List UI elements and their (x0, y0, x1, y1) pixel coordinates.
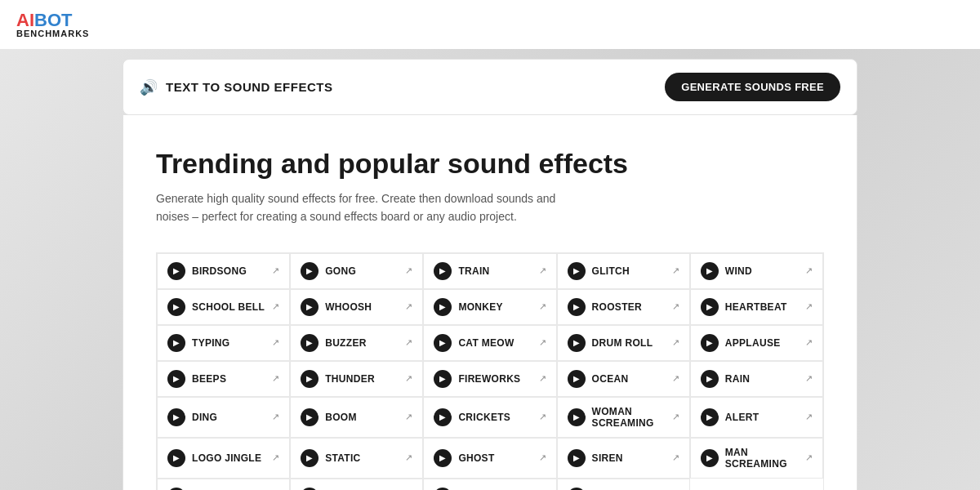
sound-left: ▶ GONG (301, 262, 356, 280)
arrow-icon: ↗ (539, 265, 546, 276)
sound-left: ▶ MONKEY (434, 298, 502, 316)
sound-left: ▶ GHOST (434, 449, 494, 467)
nav-left: 🔊 TEXT TO SOUND EFFECTS (140, 78, 332, 96)
logo-ai: AI (16, 11, 34, 29)
arrow-icon: ↗ (272, 301, 279, 312)
sound-name: RAIN (725, 373, 751, 385)
main-content: Trending and popular sound effects Gener… (122, 115, 858, 490)
sound-name: GHOST (458, 452, 494, 464)
play-icon: ▶ (301, 370, 318, 388)
sound-item[interactable]: ▶ RAIN ↗ (690, 361, 823, 397)
logo[interactable]: AI BOT BENCHMARKS (0, 11, 105, 38)
sound-name: TYPING (192, 337, 229, 349)
sound-item[interactable]: ▶ MAN SCREAMING ↗ (690, 438, 823, 479)
play-icon: ▶ (167, 408, 185, 426)
sound-name: WOMAN SCREAMING (592, 406, 672, 429)
play-icon: ▶ (167, 370, 185, 388)
sound-name: HEARTBEAT (725, 301, 787, 313)
nav-bar: 🔊 TEXT TO SOUND EFFECTS GENERATE SOUNDS … (122, 59, 858, 115)
play-icon: ▶ (701, 449, 719, 467)
sound-item[interactable]: ▶ OCEAN ↗ (557, 361, 690, 397)
sound-left: ▶ RAIN (701, 370, 751, 388)
sound-item[interactable]: ▶ WIND ↗ (690, 253, 823, 289)
sound-item[interactable]: ▶ CRICKETS ↗ (423, 397, 556, 438)
sound-item[interactable]: ▶ BUZZER ↗ (290, 325, 423, 361)
play-icon: ▶ (301, 298, 318, 316)
page-heading: Trending and popular sound effects (156, 148, 824, 180)
play-icon: ▶ (167, 262, 185, 280)
sound-item[interactable]: ▶ GLITCH ↗ (557, 253, 690, 289)
sound-item[interactable]: ▶ GHOST ↗ (423, 438, 556, 479)
sound-item[interactable]: ▶ TYPING ↗ (157, 325, 290, 361)
sound-item[interactable]: ▶ APPLAUSE ↗ (690, 325, 823, 361)
sound-left: ▶ WOMAN SCREAMING (568, 406, 672, 429)
sound-item[interactable]: ▶ CHEERING ↗ (290, 479, 423, 490)
play-icon: ▶ (434, 370, 452, 388)
sound-item[interactable]: ▶ MONKEY ↗ (423, 289, 556, 325)
sound-name: FIREWORKS (458, 373, 520, 385)
sound-item[interactable]: ▶ DING ↗ (157, 397, 290, 438)
play-icon: ▶ (301, 449, 318, 467)
sound-item[interactable]: ▶ SCARY ↗ (157, 479, 290, 490)
play-icon: ▶ (301, 334, 318, 352)
sound-item[interactable]: ▶ TRAIN ↗ (423, 253, 556, 289)
sound-left: ▶ TRAIN (434, 262, 489, 280)
sound-item[interactable]: ▶ THUNDER ↗ (290, 361, 423, 397)
play-icon: ▶ (301, 262, 318, 280)
sound-name: MONKEY (458, 301, 502, 313)
play-icon: ▶ (434, 298, 452, 316)
sound-item[interactable]: ▶ STATIC ↗ (290, 438, 423, 479)
nav-title: TEXT TO SOUND EFFECTS (166, 80, 332, 94)
sound-item[interactable]: ▶ FART ↗ (423, 479, 556, 490)
sound-name: OCEAN (592, 373, 629, 385)
arrow-icon: ↗ (805, 265, 813, 276)
sound-name: WHOOSH (325, 301, 372, 313)
arrow-icon: ↗ (539, 373, 546, 384)
play-icon: ▶ (701, 334, 719, 352)
arrow-icon: ↗ (272, 337, 279, 348)
sound-left: ▶ TYPING (167, 334, 229, 352)
sound-left: ▶ OCEAN (568, 370, 629, 388)
sound-item[interactable]: ▶ HEARTBEAT ↗ (690, 289, 823, 325)
arrow-icon: ↗ (672, 301, 679, 312)
sound-item[interactable]: ▶ ROOSTER ↗ (557, 289, 690, 325)
sound-item[interactable]: ▶ SCHOOL BELL ↗ (157, 289, 290, 325)
arrow-icon: ↗ (805, 412, 813, 422)
sound-name: BOOM (325, 412, 357, 423)
page-subtext: Generate high quality sound effects for … (156, 189, 824, 226)
sound-name: DING (192, 412, 217, 423)
arrow-icon: ↗ (539, 301, 546, 312)
sound-name: TRAIN (458, 265, 489, 277)
sound-item[interactable]: ▶ FIREWORKS ↗ (423, 361, 556, 397)
generate-button[interactable]: GENERATE SOUNDS FREE (665, 73, 840, 101)
logo-bot: BOT (34, 11, 72, 29)
sound-grid: ▶ BIRDSONG ↗ ▶ GONG ↗ ▶ TRAIN ↗ ▶ GLITCH… (156, 252, 824, 490)
sound-left: ▶ FIREWORKS (434, 370, 520, 388)
sound-item[interactable]: ▶ DOG BARK ↗ (557, 479, 690, 490)
play-icon: ▶ (434, 334, 452, 352)
sound-left: ▶ SCHOOL BELL (167, 298, 265, 316)
sound-item[interactable]: ▶ DRUM ROLL ↗ (557, 325, 690, 361)
play-icon: ▶ (568, 370, 586, 388)
sound-item[interactable]: ▶ CAT MEOW ↗ (423, 325, 556, 361)
sound-name: GLITCH (592, 265, 630, 277)
sound-name: BIRDSONG (192, 265, 247, 277)
sound-item[interactable]: ▶ WOMAN SCREAMING ↗ (557, 397, 690, 438)
sound-item[interactable]: ▶ GONG ↗ (290, 253, 423, 289)
sound-item[interactable]: ▶ WHOOSH ↗ (290, 289, 423, 325)
arrow-icon: ↗ (672, 412, 679, 422)
arrow-icon: ↗ (405, 452, 412, 463)
sound-item[interactable]: ▶ SIREN ↗ (557, 438, 690, 479)
sound-left: ▶ DING (167, 408, 217, 426)
sound-name: SCHOOL BELL (192, 301, 265, 313)
sound-item[interactable]: ▶ LOGO JINGLE ↗ (157, 438, 290, 479)
sound-left: ▶ STATIC (301, 449, 360, 467)
sound-left: ▶ BEEPS (167, 370, 226, 388)
sound-name: CRICKETS (458, 412, 510, 423)
sound-item[interactable]: ▶ ALERT ↗ (690, 397, 823, 438)
sound-left: ▶ THUNDER (301, 370, 375, 388)
sound-item[interactable]: ▶ BOOM ↗ (290, 397, 423, 438)
sound-item[interactable]: ▶ BIRDSONG ↗ (157, 253, 290, 289)
sound-name: CAT MEOW (458, 337, 514, 349)
sound-item[interactable]: ▶ BEEPS ↗ (157, 361, 290, 397)
